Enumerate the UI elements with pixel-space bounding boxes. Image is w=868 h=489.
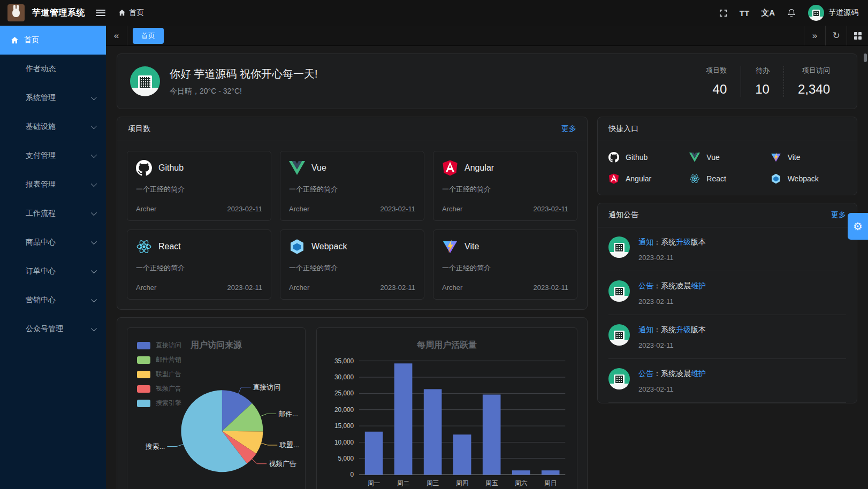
legend-item-3[interactable]: 视频广告 bbox=[137, 384, 181, 393]
tabs-collapse-button[interactable]: « bbox=[106, 26, 127, 45]
sidebar-item-marketing[interactable]: 营销中心 bbox=[0, 286, 106, 315]
sidebar-item-home[interactable]: 首页 bbox=[0, 26, 106, 55]
svg-text:周四: 周四 bbox=[456, 479, 469, 487]
sidebar-item-label: 营销中心 bbox=[11, 295, 91, 305]
notice-item-0[interactable]: 通知：系统升级版本 2023-02-11 bbox=[608, 227, 846, 271]
project-name: Vue bbox=[311, 163, 326, 173]
welcome-stats: 项目数 40待办 10项目访问 2,340 bbox=[692, 66, 844, 97]
vue-icon bbox=[289, 160, 305, 176]
shortcuts-card-title: 快捷入口 bbox=[608, 124, 638, 134]
project-name: Vite bbox=[465, 242, 479, 251]
project-author: Archer bbox=[442, 205, 462, 213]
project-author: Archer bbox=[289, 284, 309, 292]
sidebar-item-system[interactable]: 系统管理 bbox=[0, 83, 106, 112]
legend-item-4[interactable]: 搜索引擎 bbox=[137, 399, 181, 408]
vue-icon bbox=[689, 152, 700, 163]
scrollbar-thumb[interactable] bbox=[864, 54, 867, 62]
sidebar-item-mp[interactable]: 公众号管理 bbox=[0, 315, 106, 343]
project-card-webpack[interactable]: Webpack 一个正经的简介 Archer2023-02-11 bbox=[280, 230, 424, 300]
shortcut-vue[interactable]: Vue bbox=[689, 152, 765, 163]
main-content: 你好 芋道源码 祝你开心每一天! 今日晴，20°C - 32°C! 项目数 40… bbox=[106, 46, 868, 489]
user-menu[interactable]: 芋道源码 bbox=[808, 5, 858, 21]
notification-bell-icon[interactable] bbox=[787, 8, 796, 18]
svg-text:周六: 周六 bbox=[515, 479, 528, 487]
fullscreen-icon[interactable] bbox=[719, 9, 728, 18]
legend-swatch bbox=[137, 342, 150, 349]
language-icon[interactable]: 文A bbox=[761, 8, 775, 18]
project-desc: 一个正经的简介 bbox=[442, 185, 568, 194]
shortcut-react[interactable]: React bbox=[689, 173, 765, 184]
project-desc: 一个正经的简介 bbox=[136, 263, 262, 273]
sidebar-item-report[interactable]: 报表管理 bbox=[0, 170, 106, 199]
project-date: 2023-02-11 bbox=[380, 205, 415, 213]
notice-item-3[interactable]: 公告：系统凌晨维护 2023-02-11 bbox=[608, 359, 846, 403]
project-card-react[interactable]: React 一个正经的简介 Archer2023-02-11 bbox=[127, 230, 271, 300]
shortcut-label: Angular bbox=[626, 174, 651, 183]
sidebar-item-product[interactable]: 商品中心 bbox=[0, 228, 106, 257]
stat-1: 待办 10 bbox=[741, 66, 783, 97]
sidebar-item-order[interactable]: 订单中心 bbox=[0, 257, 106, 286]
svg-text:30,000: 30,000 bbox=[334, 373, 354, 381]
tabs-expand-button[interactable]: » bbox=[804, 26, 825, 45]
vite-icon bbox=[442, 239, 458, 255]
project-card-github[interactable]: Github 一个正经的简介 Archer2023-02-11 bbox=[127, 151, 271, 221]
github-icon bbox=[136, 160, 152, 176]
notice-item-1[interactable]: 公告：系统凌晨维护 2023-02-11 bbox=[608, 271, 846, 315]
settings-gear-button[interactable]: ⚙ bbox=[848, 213, 868, 240]
notice-date: 2023-02-11 bbox=[638, 341, 706, 349]
project-date: 2023-02-11 bbox=[227, 205, 262, 213]
breadcrumb[interactable]: 首页 bbox=[118, 8, 144, 18]
notice-title: 通知：系统升级版本 bbox=[638, 238, 706, 247]
webpack-icon bbox=[289, 239, 305, 255]
project-card-angular[interactable]: Angular 一个正经的简介 Archer2023-02-11 bbox=[433, 151, 577, 221]
tab-home[interactable]: 首页 bbox=[133, 28, 164, 44]
notice-title: 公告：系统凌晨维护 bbox=[638, 369, 706, 379]
project-desc: 一个正经的简介 bbox=[136, 185, 262, 194]
notice-avatar bbox=[608, 280, 630, 302]
project-author: Archer bbox=[136, 205, 156, 213]
project-card-vue[interactable]: Vue 一个正经的简介 Archer2023-02-11 bbox=[280, 151, 424, 221]
sidebar-item-label: 首页 bbox=[24, 35, 95, 45]
project-desc: 一个正经的简介 bbox=[289, 185, 415, 194]
shortcut-webpack[interactable]: Webpack bbox=[771, 173, 846, 184]
shortcut-angular[interactable]: Angular bbox=[608, 173, 684, 184]
notice-title: 公告：系统凌晨维护 bbox=[638, 281, 706, 291]
sidebar-item-workflow[interactable]: 工作流程 bbox=[0, 199, 106, 228]
app-logo bbox=[7, 4, 25, 21]
legend-swatch bbox=[137, 385, 150, 393]
svg-text:邮件...: 邮件... bbox=[278, 410, 298, 418]
project-date: 2023-02-11 bbox=[533, 284, 568, 292]
legend-label: 联盟广告 bbox=[156, 370, 181, 379]
project-date: 2023-02-11 bbox=[227, 284, 262, 292]
sidebar-item-infra[interactable]: 基础设施 bbox=[0, 112, 106, 141]
legend-item-0[interactable]: 直接访问 bbox=[137, 341, 181, 350]
angular-icon bbox=[442, 160, 458, 176]
project-author: Archer bbox=[442, 284, 462, 292]
chevron-down-icon bbox=[91, 268, 97, 273]
projects-card: 项目数 更多 Github 一个正经的简介 Archer2023-02-11Vu… bbox=[117, 117, 588, 310]
weather-text: 今日晴，20°C - 32°C! bbox=[170, 87, 318, 96]
vite-icon bbox=[771, 152, 781, 163]
svg-text:10,000: 10,000 bbox=[334, 438, 354, 446]
font-size-icon[interactable]: TT bbox=[740, 9, 749, 18]
notice-date: 2023-02-11 bbox=[638, 297, 706, 305]
gear-icon: ⚙ bbox=[853, 220, 863, 233]
project-card-vite[interactable]: Vite 一个正经的简介 Archer2023-02-11 bbox=[433, 230, 577, 300]
sidebar-item-author[interactable]: 作者动态 bbox=[0, 55, 106, 83]
legend-item-1[interactable]: 邮件营销 bbox=[137, 355, 181, 364]
notice-item-2[interactable]: 通知：系统升级版本 2023-02-11 bbox=[608, 315, 846, 359]
project-date: 2023-02-11 bbox=[380, 284, 415, 292]
svg-text:5,000: 5,000 bbox=[338, 455, 354, 462]
layout-grid-button[interactable] bbox=[847, 26, 868, 45]
shortcut-vite[interactable]: Vite bbox=[771, 152, 846, 163]
projects-more-link[interactable]: 更多 bbox=[561, 124, 576, 134]
pie-chart-panel: 用户访问来源 直接访问邮件...联盟...视频广告搜索... 直接访问邮件营销联… bbox=[127, 327, 306, 489]
chevron-down-icon bbox=[91, 325, 97, 331]
refresh-button[interactable]: ↻ bbox=[825, 26, 847, 45]
react-icon bbox=[689, 173, 700, 184]
sidebar-item-pay[interactable]: 支付管理 bbox=[0, 141, 106, 170]
shortcut-github[interactable]: Github bbox=[608, 152, 684, 163]
legend-item-2[interactable]: 联盟广告 bbox=[137, 370, 181, 379]
hamburger-menu-icon[interactable] bbox=[96, 10, 105, 16]
notices-more-link[interactable]: 更多 bbox=[831, 210, 846, 220]
